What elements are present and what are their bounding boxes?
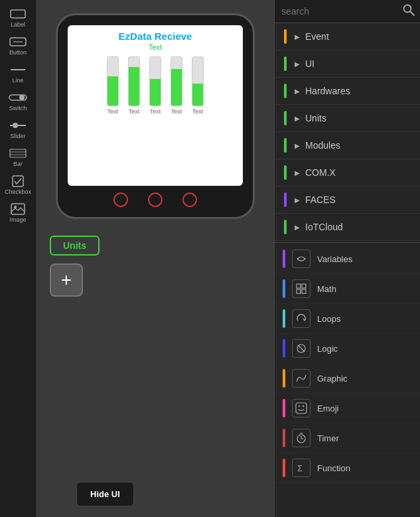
sidebar-item-line[interactable]: Line [0, 60, 36, 86]
search-bar [275, 0, 420, 23]
modules-arrow: ▶ [295, 142, 300, 149]
bar-label-2: Text [150, 108, 161, 115]
math-icon [292, 279, 311, 298]
svg-line-15 [410, 11, 414, 15]
right-panel: ▶ Event ▶ UI ▶ Hardwares ▶ Units ▶ Modul… [274, 0, 420, 517]
label-icon [9, 7, 27, 21]
module-variables-label: Variables [317, 254, 352, 264]
category-event[interactable]: ▶ Event [275, 23, 420, 50]
bar-col-3: Text [171, 56, 182, 115]
module-graphic[interactable]: Graphic [275, 364, 420, 394]
units-arrow: ▶ [295, 115, 300, 122]
category-ui-label: UI [305, 58, 315, 69]
sidebar-label-bar: Bar [13, 161, 23, 167]
units-stripe [284, 111, 287, 125]
module-graphic-label: Graphic [317, 374, 348, 384]
device-btn-2[interactable] [182, 192, 197, 207]
hide-ui-button[interactable]: Hide UI [76, 482, 134, 506]
bar-col-1: Text [128, 56, 140, 115]
checkbox-icon [9, 174, 27, 188]
module-logic[interactable]: Logic [275, 334, 420, 364]
math-stripe [283, 279, 285, 298]
sidebar-item-label[interactable]: Label [0, 4, 36, 31]
svg-rect-18 [297, 289, 301, 293]
device-btn-0[interactable] [113, 192, 128, 207]
units-badge[interactable]: Units [50, 236, 100, 256]
bar-2 [149, 56, 161, 106]
variables-icon [292, 250, 311, 268]
sidebar-item-button[interactable]: Button [0, 32, 36, 58]
timer-stripe [283, 429, 285, 447]
svg-point-23 [299, 406, 300, 407]
category-comx-label: COM.X [305, 167, 336, 178]
event-arrow: ▶ [295, 33, 300, 40]
module-function[interactable]: Σ Function [275, 453, 420, 483]
event-stripe [284, 29, 287, 44]
sidebar-item-checkbox[interactable]: Checkbox [0, 171, 36, 198]
sidebar-item-image[interactable]: Image [0, 199, 36, 226]
device-btn-1[interactable] [148, 192, 163, 207]
svg-rect-12 [11, 204, 25, 214]
sidebar-label-checkbox: Checkbox [5, 188, 31, 195]
category-iotcloud[interactable]: ▶ IoTCloud [275, 214, 420, 241]
category-list: ▶ Event ▶ UI ▶ Hardwares ▶ Units ▶ Modul… [275, 23, 420, 517]
category-modules[interactable]: ▶ Modules [275, 132, 420, 159]
bar-label-1: Text [129, 108, 140, 115]
device-area: EzData Recieve Text Text Text Text [36, 0, 274, 226]
module-emoji[interactable]: Emoji [275, 394, 420, 423]
category-ui[interactable]: ▶ UI [275, 50, 420, 78]
slider-icon [9, 118, 27, 133]
module-math[interactable]: Math [275, 274, 420, 304]
svg-rect-16 [297, 284, 301, 288]
module-variables[interactable]: Variables [275, 244, 420, 274]
category-comx[interactable]: ▶ COM.X [275, 159, 420, 186]
bar-4 [192, 56, 204, 106]
category-units-label: Units [305, 113, 326, 123]
graphic-stripe [283, 369, 285, 388]
divider [275, 242, 420, 243]
logic-stripe [283, 339, 285, 358]
bar-col-4: Text [192, 56, 204, 115]
line-icon [9, 62, 27, 77]
add-button[interactable]: + [50, 263, 83, 297]
svg-point-7 [13, 123, 18, 128]
category-hardwares-label: Hardwares [305, 86, 350, 96]
module-timer-label: Timer [317, 433, 339, 443]
module-loops-label: Loops [317, 314, 340, 324]
svg-rect-11 [13, 176, 23, 186]
module-function-label: Function [317, 463, 350, 473]
function-stripe [283, 459, 285, 477]
category-iotcloud-label: IoTCloud [305, 222, 343, 232]
sidebar-item-slider[interactable]: Slider [0, 115, 36, 142]
bar-label-0: Text [107, 108, 119, 115]
module-emoji-label: Emoji [317, 404, 339, 413]
sidebar-item-switch[interactable]: Switch [0, 88, 36, 114]
category-faces-label: FACES [305, 194, 336, 205]
search-input[interactable] [281, 6, 397, 17]
bar-0 [107, 56, 119, 106]
category-faces[interactable]: ▶ FACES [275, 186, 420, 214]
timer-icon [292, 429, 311, 447]
bar-label-4: Text [192, 108, 204, 115]
bottom-area: Units + [36, 226, 274, 307]
search-icon [403, 4, 415, 19]
faces-stripe [284, 192, 287, 207]
bar-icon [9, 146, 27, 161]
svg-rect-19 [302, 289, 306, 293]
svg-rect-0 [11, 10, 25, 18]
hardwares-stripe [284, 84, 287, 98]
device-preview: EzData Recieve Text Text Text Text [56, 13, 255, 219]
iotcloud-stripe [284, 220, 287, 234]
category-hardwares[interactable]: ▶ Hardwares [275, 78, 420, 105]
bar-col-2: Text [149, 56, 161, 115]
category-units[interactable]: ▶ Units [275, 105, 420, 132]
loops-icon [292, 309, 311, 328]
emoji-stripe [283, 399, 285, 417]
iotcloud-arrow: ▶ [295, 224, 300, 231]
module-timer[interactable]: Timer [275, 423, 420, 453]
module-loops[interactable]: Loops [275, 304, 420, 334]
sidebar-item-bar[interactable]: Bar [0, 143, 36, 170]
faces-arrow: ▶ [295, 196, 300, 204]
svg-point-24 [303, 406, 304, 407]
device-screen: EzData Recieve Text Text Text Text [68, 25, 243, 186]
